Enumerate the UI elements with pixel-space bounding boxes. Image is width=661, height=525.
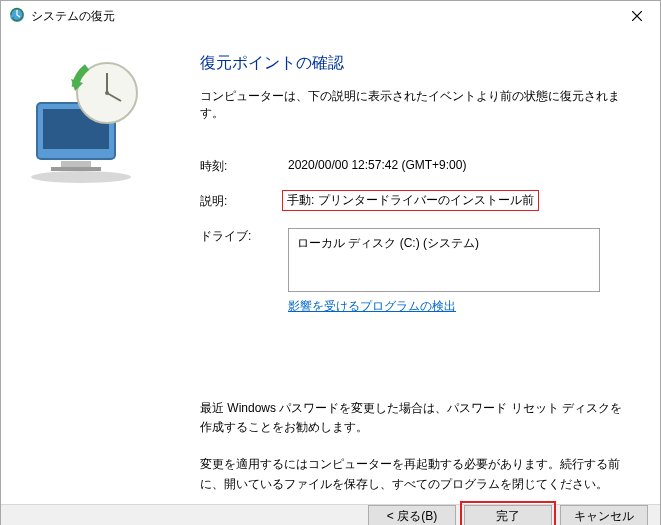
restart-note: 変更を適用するにはコンピューターを再起動する必要があります。続行する前に、開いて…: [200, 455, 632, 493]
restore-illustration-icon: [11, 49, 151, 189]
back-button[interactable]: < 戻る(B): [368, 505, 456, 525]
svg-point-1: [31, 171, 131, 183]
time-value: 2020/00/00 12:57:42 (GMT+9:00): [288, 158, 632, 175]
time-label: 時刻:: [200, 158, 288, 175]
restore-icon: [9, 7, 25, 26]
drive-list: ローカル ディスク (C:) (システム): [288, 228, 600, 292]
drive-item: ローカル ディスク (C:) (システム): [297, 235, 591, 252]
titlebar: システムの復元: [1, 1, 660, 31]
scan-programs-link[interactable]: 影響を受けるプログラムの検出: [288, 298, 632, 315]
button-bar: < 戻る(B) 完了 キャンセル: [1, 504, 660, 525]
description-label: 説明:: [200, 193, 288, 210]
window-title: システムの復元: [31, 8, 115, 25]
description-value: 手動: プリンタードライバーのインストール前: [282, 190, 539, 211]
main-panel: 復元ポイントの確認 コンピューターは、下の説明に表示されたイベントより前の状態に…: [166, 31, 660, 504]
intro-text: コンピューターは、下の説明に表示されたイベントより前の状態に復元されます。: [200, 88, 632, 122]
system-restore-window: システムの復元 復元ポイントの確認 コンピューターは、下の説: [0, 0, 661, 525]
content-area: 復元ポイントの確認 コンピューターは、下の説明に表示されたイベントより前の状態に…: [1, 31, 660, 504]
svg-rect-5: [51, 167, 101, 171]
svg-rect-4: [61, 161, 91, 167]
sidebar: [1, 31, 166, 504]
page-heading: 復元ポイントの確認: [200, 53, 632, 74]
finish-button[interactable]: 完了: [464, 505, 552, 525]
drive-label: ドライブ:: [200, 228, 288, 315]
close-icon[interactable]: [614, 1, 660, 31]
cancel-button[interactable]: キャンセル: [560, 505, 648, 525]
password-note: 最近 Windows パスワードを変更した場合は、パスワード リセット ディスク…: [200, 399, 632, 437]
